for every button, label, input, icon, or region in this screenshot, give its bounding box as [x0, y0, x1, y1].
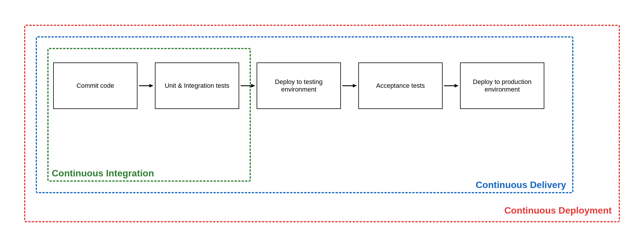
svg-marker-1	[149, 84, 153, 87]
arrow-1	[137, 81, 155, 90]
svg-marker-5	[353, 84, 357, 87]
continuous-deployment-label: Continuous Deployment	[504, 205, 612, 216]
svg-marker-3	[251, 84, 255, 87]
flow-area: Commit code Unit & Integration tests Dep…	[53, 62, 591, 109]
arrow-2	[239, 81, 257, 90]
unit-integration-tests-box: Unit & Integration tests	[155, 62, 239, 109]
commit-code-label: Commit code	[76, 82, 114, 90]
continuous-integration-label: Continuous Integration	[52, 168, 154, 179]
deploy-testing-label: Deploy to testing environment	[257, 78, 340, 93]
svg-marker-7	[455, 84, 459, 87]
continuous-delivery-label: Continuous Delivery	[476, 180, 566, 190]
deploy-production-label: Deploy to production environment	[461, 78, 544, 93]
acceptance-tests-label: Acceptance tests	[376, 82, 425, 90]
unit-integration-tests-label: Unit & Integration tests	[165, 82, 230, 90]
deploy-production-box: Deploy to production environment	[460, 62, 544, 109]
deploy-testing-box: Deploy to testing environment	[257, 62, 341, 109]
acceptance-tests-box: Acceptance tests	[358, 62, 443, 109]
arrow-3	[341, 81, 358, 90]
arrow-4	[443, 81, 460, 90]
commit-code-box: Commit code	[53, 62, 137, 109]
diagram-container: Commit code Unit & Integration tests Dep…	[24, 25, 620, 222]
